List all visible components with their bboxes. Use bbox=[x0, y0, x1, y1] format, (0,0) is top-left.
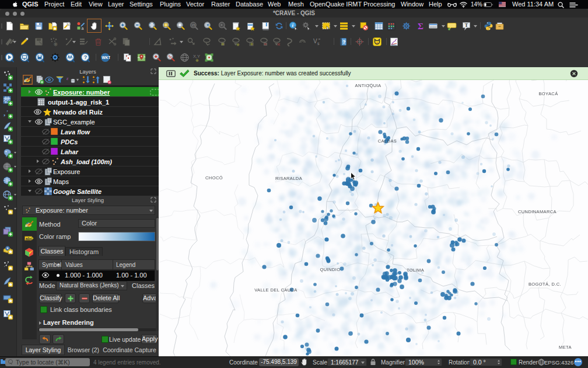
svg-text:❋: ❋ bbox=[54, 41, 58, 47]
svg-text:❋: ❋ bbox=[195, 58, 199, 63]
svg-text:WKT: WKT bbox=[102, 55, 110, 60]
svg-text:s: s bbox=[317, 41, 320, 46]
svg-text:’: ’ bbox=[6, 109, 8, 115]
svg-text:?: ? bbox=[342, 39, 346, 45]
svg-text:Σ: Σ bbox=[418, 22, 424, 31]
svg-text:V: V bbox=[313, 38, 317, 44]
svg-text:?: ? bbox=[84, 54, 88, 60]
svg-text:❋: ❋ bbox=[250, 42, 254, 46]
svg-text:abc: abc bbox=[26, 237, 33, 241]
svg-text:❋: ❋ bbox=[236, 43, 240, 47]
svg-text:T: T bbox=[465, 22, 468, 28]
svg-text:❋: ❋ bbox=[221, 42, 225, 46]
svg-text:ε: ε bbox=[66, 75, 69, 81]
svg-text:a: a bbox=[82, 26, 84, 30]
svg-text:15: 15 bbox=[191, 23, 195, 27]
svg-text:,: , bbox=[4, 109, 5, 117]
